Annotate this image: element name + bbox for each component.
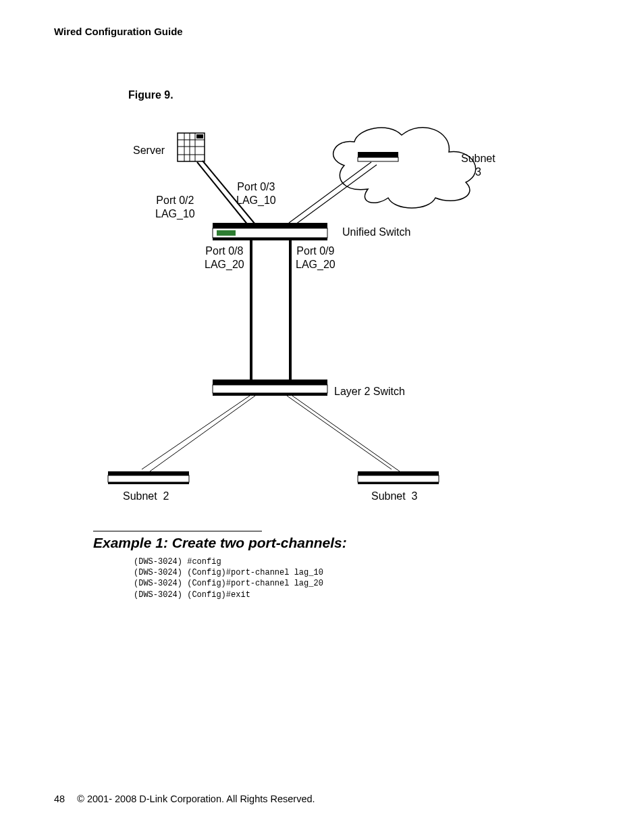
figure-caption: Figure 9. [128,89,173,101]
svg-rect-13 [213,238,327,240]
subnet3-switch-icon [358,471,439,484]
cloud-switch-icon [358,152,398,161]
port03-label: Port 0/3 LAG_10 [236,180,276,207]
port09-label: Port 0/9 LAG_20 [296,244,336,271]
cloud-icon [333,128,476,208]
svg-rect-22 [358,482,439,484]
layer2-switch-label: Layer 2 Switch [334,385,405,398]
port08-label: Port 0/8 LAG_20 [205,244,244,271]
link-line [292,396,400,471]
svg-rect-16 [213,393,327,396]
example-heading: Example 1: Create two port-channels: [93,535,347,551]
port02-label: Port 0/2 LAG_10 [155,194,195,221]
layer2-switch-icon [213,380,327,396]
subnet3-bottom-label: Subnet 3 [371,490,418,503]
svg-rect-12 [217,230,236,236]
subnet2-switch-icon [108,471,189,484]
svg-rect-9 [196,134,203,138]
page-footer: 48 © 2001- 2008 D-Link Corporation. All … [54,793,315,804]
network-diagram: Server Subnet 3 Port 0/2 LAG_10 Port 0/3… [101,115,520,527]
svg-rect-10 [213,223,327,228]
svg-rect-14 [213,380,327,385]
svg-rect-19 [108,482,189,484]
server-label: Server [133,144,165,157]
link-line [287,396,392,469]
svg-rect-1 [358,157,398,161]
server-icon [178,133,205,161]
svg-rect-15 [213,385,327,393]
svg-rect-17 [108,471,189,475]
diagram-svg [101,115,520,527]
svg-rect-20 [358,471,439,475]
svg-rect-21 [358,475,439,482]
page-header: Wired Configuration Guide [54,26,183,37]
link-line [296,165,377,224]
link-line [142,396,250,469]
page-number: 48 [54,793,65,804]
example-rule [93,531,262,531]
unified-switch-icon [213,223,327,240]
example-code: (DWS-3024) #config (DWS-3024) (Config)#p… [134,556,323,600]
subnet3-cloud-label: Subnet 3 [461,152,495,179]
svg-rect-18 [108,475,189,482]
subnet2-bottom-label: Subnet 2 [123,490,169,503]
copyright-text: © 2001- 2008 D-Link Corporation. All Rig… [77,793,315,804]
link-line [150,396,255,471]
svg-rect-0 [358,152,398,157]
link-line [289,162,371,223]
unified-switch-label: Unified Switch [342,226,410,239]
